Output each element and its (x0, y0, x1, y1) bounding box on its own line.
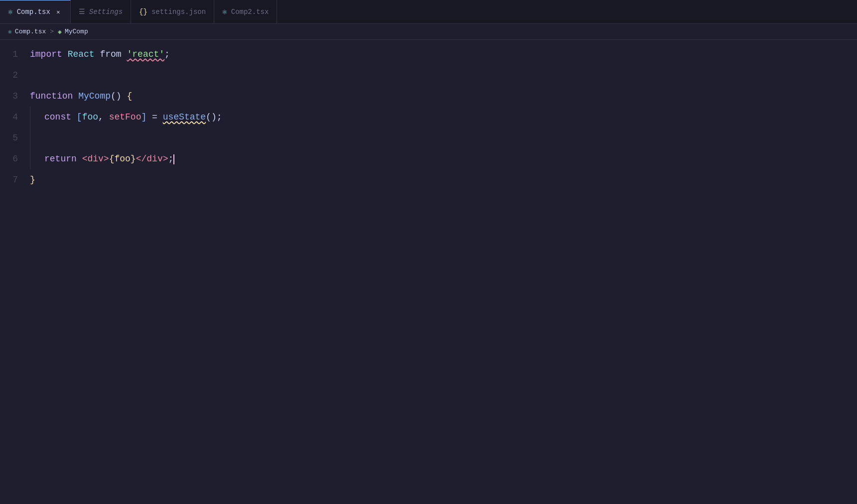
token-bracket-open: [ (77, 112, 82, 122)
line-number: 7 (0, 169, 30, 190)
line-number: 5 (0, 127, 30, 148)
token-space (95, 49, 100, 59)
tab-label: Comp.tsx (17, 8, 50, 16)
line-content (30, 127, 847, 148)
token-foo: foo (82, 112, 98, 122)
line-number: 2 (0, 65, 30, 86)
indent-guide: const [foo, setFoo] = useState(); (30, 107, 222, 127)
settings-icon: ☰ (79, 7, 85, 16)
line-content (30, 65, 847, 86)
keyword-return: return (44, 154, 82, 164)
code-line-1: 1 import React from 'react'; (0, 44, 857, 65)
tab-settings[interactable]: ☰ Settings (71, 0, 131, 23)
line-number: 1 (0, 44, 30, 65)
react-icon: ⚛ (222, 7, 227, 17)
line-number: 3 (0, 86, 30, 107)
breadcrumb: ⚛ Comp.tsx > ◈ MyComp (0, 24, 857, 40)
breadcrumb-component-icon: ◈ (58, 28, 62, 36)
breadcrumb-component[interactable]: MyComp (65, 28, 88, 35)
token-div-close: </div> (136, 154, 168, 164)
token-parens: () (111, 91, 127, 101)
breadcrumb-file[interactable]: Comp.tsx (15, 28, 46, 35)
code-editor[interactable]: 1 import React from 'react'; 2 3 functio… (0, 40, 857, 194)
breadcrumb-separator: > (50, 28, 54, 35)
line-content: } (30, 169, 847, 190)
tab-bar: ⚛ Comp.tsx ✕ ☰ Settings {} settings.json… (0, 0, 857, 24)
line-content: const [foo, setFoo] = useState(); (30, 107, 847, 127)
token-semi: ; (168, 154, 173, 164)
code-line-6: 6 return <div>{foo}</div>; (0, 148, 857, 169)
json-icon: {} (139, 8, 147, 16)
token-react-string: 'react' (127, 49, 164, 59)
react-icon: ⚛ (8, 7, 13, 17)
code-line-5: 5 (0, 127, 857, 148)
code-line-4: 4 const [foo, setFoo] = useState(); (0, 107, 857, 127)
line-number: 4 (0, 107, 30, 127)
tab-label: settings.json (151, 8, 206, 16)
tab-comp2-tsx[interactable]: ⚛ Comp2.tsx (214, 0, 277, 23)
token-usestate: useState (163, 112, 206, 122)
token-open-brace: { (127, 91, 132, 101)
tab-label: Comp2.tsx (231, 8, 269, 16)
token-expr-close: } (131, 154, 136, 164)
token-bracket-close: ] (141, 112, 146, 122)
token-space2 (122, 49, 127, 59)
token-div-open: <div> (82, 154, 109, 164)
tab-comp-tsx[interactable]: ⚛ Comp.tsx ✕ (0, 0, 71, 23)
line-content: return <div>{foo}</div>; (30, 148, 847, 169)
indent-guide: return <div>{foo}</div>; (30, 148, 174, 169)
text-cursor (173, 154, 174, 164)
breadcrumb-file-icon: ⚛ (8, 28, 12, 36)
token-react: React (68, 49, 95, 59)
tab-label: Settings (89, 8, 123, 16)
code-line-3: 3 function MyComp() { (0, 86, 857, 107)
token-call: (); (206, 112, 222, 122)
token-equals: = (146, 112, 162, 122)
line-number: 6 (0, 148, 30, 169)
keyword-const: const (44, 112, 77, 122)
line-content: function MyComp() { (30, 86, 847, 107)
indent-guide (30, 127, 50, 148)
line-content: import React from 'react'; (30, 44, 847, 65)
token-comma: , (98, 112, 109, 122)
token-from: from (100, 49, 121, 59)
tab-settings-json[interactable]: {} settings.json (131, 0, 214, 23)
keyword-function: function (30, 91, 78, 101)
token-foo-expr: foo (114, 154, 130, 164)
keyword-import: import (30, 49, 68, 59)
token-funcname: MyComp (78, 91, 111, 101)
close-icon[interactable]: ✕ (54, 8, 62, 16)
code-line-2: 2 (0, 65, 857, 86)
token-expr-open: { (109, 154, 115, 164)
code-line-7: 7 } (0, 169, 857, 190)
token-setfoo: setFoo (109, 112, 142, 122)
token-close-brace: } (30, 175, 35, 185)
token-semi: ; (164, 49, 170, 59)
